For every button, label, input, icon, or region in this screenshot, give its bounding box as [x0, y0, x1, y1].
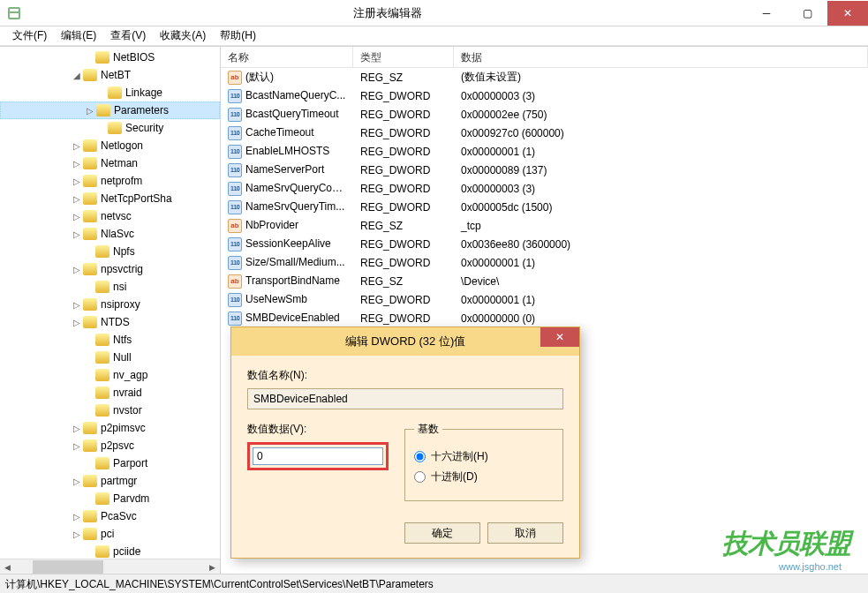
tree-item-label: netprofm [101, 175, 142, 187]
tree-expand-icon[interactable]: ▷ [71, 176, 83, 186]
scroll-right-button[interactable]: ▶ [205, 559, 220, 574]
tree-item[interactable]: ▷pci [0, 525, 220, 543]
tree-item[interactable]: ▷netvsc [0, 207, 220, 225]
list-header: 名称 类型 数据 [221, 47, 868, 68]
tree-item[interactable]: ▷nsiproxy [0, 296, 220, 313]
tree-expand-icon[interactable]: ▷ [71, 512, 83, 522]
tree-expand-icon[interactable]: ◢ [71, 71, 83, 80]
tree-expand-icon[interactable]: ▷ [71, 441, 83, 451]
tree-expand-icon[interactable]: ▷ [71, 194, 83, 204]
tree-item[interactable]: ◢NetBT [0, 66, 220, 84]
cell-name: EnableLMHOSTS [221, 143, 353, 161]
list-row[interactable]: NameSrvQueryCountREG_DWORD0x00000003 (3) [221, 179, 868, 198]
edit-dword-dialog: 编辑 DWORD (32 位)值 ✕ 数值名称(N): 数值数据(V): 基数 … [230, 327, 580, 559]
value-data-field[interactable] [253, 447, 383, 465]
cancel-button[interactable]: 取消 [487, 522, 563, 544]
tree-expand-icon[interactable]: ▷ [71, 229, 83, 239]
menu-edit[interactable]: 编辑(E) [54, 26, 103, 46]
cell-type: REG_DWORD [353, 255, 454, 271]
folder-icon [83, 475, 97, 487]
list-row[interactable]: NbProviderREG_SZ_tcp [221, 216, 868, 235]
tree-item[interactable]: Ntfs [0, 331, 220, 349]
minimize-button[interactable]: ─ [746, 1, 787, 26]
tree-expand-icon[interactable]: ▷ [71, 477, 83, 486]
list-row[interactable]: SMBDeviceEnabledREG_DWORD0x00000000 (0) [221, 309, 868, 327]
tree-item[interactable]: Null [0, 349, 220, 366]
tree-expand-icon[interactable]: ▷ [71, 529, 83, 539]
radio-hex[interactable] [414, 451, 426, 462]
tree-expand-icon[interactable]: ▷ [71, 212, 83, 221]
folder-icon [108, 86, 122, 99]
list-row[interactable]: NameServerPortREG_DWORD0x00000089 (137) [221, 161, 868, 179]
cell-data: 0x000005dc (1500) [454, 199, 868, 215]
tree-expand-icon[interactable]: ▷ [71, 318, 83, 327]
tree-item[interactable]: ▷p2pimsvc [0, 419, 220, 437]
tree-item[interactable]: ▷partmgr [0, 472, 220, 490]
list-row[interactable]: SessionKeepAliveREG_DWORD0x0036ee80 (360… [221, 235, 868, 253]
tree-item[interactable]: ▷NlaSvc [0, 225, 220, 243]
close-button[interactable]: ✕ [827, 1, 868, 26]
scroll-track[interactable] [15, 559, 205, 574]
list-row[interactable]: BcastNameQueryC...REG_DWORD0x00000003 (3… [221, 86, 868, 105]
tree-expand-icon[interactable]: ▷ [71, 159, 83, 169]
scroll-thumb[interactable] [33, 560, 103, 574]
tree-item[interactable]: nv_agp [0, 366, 220, 384]
list-row[interactable]: TransportBindNameREG_SZ\Device\ [221, 272, 868, 290]
list-row[interactable]: BcastQueryTimeoutREG_DWORD0x000002ee (75… [221, 105, 868, 124]
list-row[interactable]: EnableLMHOSTSREG_DWORD0x00000001 (1) [221, 142, 868, 161]
list-row[interactable]: (默认)REG_SZ(数值未设置) [221, 68, 868, 86]
tree-item[interactable]: ▷Netman [0, 154, 220, 172]
tree-item[interactable]: ▷npsvctrig [0, 260, 220, 278]
tree-expand-icon[interactable]: ▷ [84, 106, 96, 116]
tree-item[interactable]: ▷netprofm [0, 172, 220, 190]
tree-item[interactable]: ▷Netlogon [0, 137, 220, 154]
menu-help[interactable]: 帮助(H) [213, 26, 263, 46]
tree-item[interactable]: Parvdm [0, 490, 220, 507]
tree-item[interactable]: ▷PcaSvc [0, 507, 220, 525]
tree-item[interactable]: Security [0, 119, 220, 137]
dialog-titlebar[interactable]: 编辑 DWORD (32 位)值 ✕ [231, 327, 579, 356]
cell-name: SessionKeepAlive [221, 236, 353, 253]
tree-item[interactable]: Npfs [0, 243, 220, 260]
tree-expand-icon[interactable]: ▷ [71, 424, 83, 433]
tree-item-label: p2psvc [101, 439, 134, 452]
ok-button[interactable]: 确定 [404, 522, 480, 544]
list-row[interactable]: Size/Small/Medium...REG_DWORD0x00000001 … [221, 253, 868, 272]
tree-item[interactable]: nvstor [0, 402, 220, 419]
string-value-icon [228, 219, 242, 233]
tree-expand-icon[interactable]: ▷ [71, 141, 83, 151]
list-row[interactable]: NameSrvQueryTim...REG_DWORD0x000005dc (1… [221, 198, 868, 216]
cell-data: 0x00000001 (1) [454, 292, 868, 308]
highlight-annotation [247, 442, 389, 470]
col-header-type[interactable]: 类型 [353, 47, 454, 67]
dialog-close-button[interactable]: ✕ [540, 327, 579, 347]
cell-type: REG_DWORD [353, 162, 454, 178]
radio-dec[interactable] [414, 471, 426, 483]
menu-view[interactable]: 查看(V) [103, 26, 153, 46]
tree-item[interactable]: pciide [0, 543, 220, 560]
list-row[interactable]: UseNewSmbREG_DWORD0x00000001 (1) [221, 290, 868, 309]
tree-item[interactable]: nsi [0, 278, 220, 296]
tree-item[interactable]: nvraid [0, 384, 220, 402]
tree-item[interactable]: Parport [0, 454, 220, 472]
tree-item[interactable]: ▷Parameters [0, 101, 220, 119]
value-name-field[interactable] [247, 388, 563, 409]
tree-item[interactable]: ▷p2psvc [0, 437, 220, 454]
maximize-button[interactable]: ▢ [787, 1, 827, 26]
list-row[interactable]: CacheTimeoutREG_DWORD0x000927c0 (600000) [221, 124, 868, 142]
tree-item[interactable]: ▷NetTcpPortSha [0, 190, 220, 207]
tree-item[interactable]: NetBIOS [0, 49, 220, 66]
col-header-name[interactable]: 名称 [221, 47, 353, 67]
menu-file[interactable]: 文件(F) [5, 26, 54, 46]
scroll-left-button[interactable]: ◀ [0, 559, 15, 574]
tree-item-label: Netlogon [101, 139, 143, 152]
tree-item[interactable]: ▷NTDS [0, 313, 220, 331]
cell-type: REG_DWORD [353, 236, 454, 252]
tree-expand-icon[interactable]: ▷ [71, 265, 83, 274]
col-header-data[interactable]: 数据 [454, 47, 868, 67]
svg-rect-1 [10, 9, 19, 11]
tree-expand-icon[interactable]: ▷ [71, 300, 83, 310]
tree-hscroll[interactable]: ◀ ▶ [0, 559, 220, 574]
menu-favorites[interactable]: 收藏夹(A) [153, 26, 213, 46]
tree-item[interactable]: Linkage [0, 84, 220, 101]
